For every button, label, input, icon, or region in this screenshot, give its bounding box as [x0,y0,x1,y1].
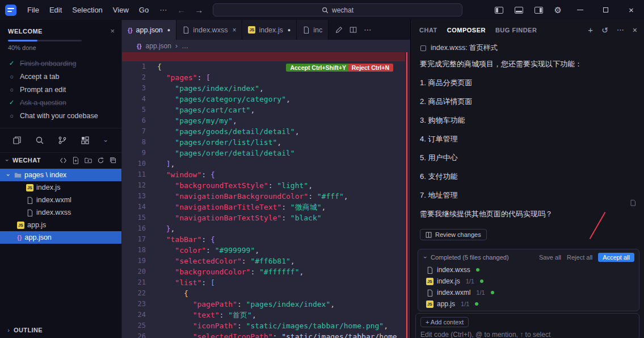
more-actions-icon[interactable]: ⋯ [364,26,371,34]
tree-item-app.js[interactable]: JSapp.js [0,219,121,231]
code-line[interactable]: 21 "list": [ [122,277,410,288]
welcome-close-icon[interactable]: × [110,27,115,35]
changed-file-row-index.wxml[interactable]: index.wxml1/1 [418,287,639,298]
reject-diff-button[interactable]: Reject Ctrl+N [348,64,393,72]
menu-view[interactable]: View [108,6,134,14]
collapse-all-icon[interactable] [110,157,117,164]
code-line[interactable]: 13 "navigationBarBackgroundColor": "#fff… [122,191,410,202]
changed-file-row-index.js[interactable]: JSindex.js1/1 [418,276,639,287]
tab-bug-finder[interactable]: BUG FINDER [495,27,537,34]
menu-edit[interactable]: Edit [44,6,67,14]
code-line[interactable]: 17 "tabBar": { [122,234,410,245]
settings-gear-icon[interactable]: ⚙ [554,5,562,15]
tree-item-index.js[interactable]: JSindex.js [0,181,121,194]
code-line[interactable]: 20 "backgroundColor": "#ffffff", [122,266,410,277]
welcome-item[interactable]: ✓Ask a question [8,96,113,109]
menu-more-icon[interactable]: ⋯ [154,6,172,14]
explorer-icon[interactable] [12,136,22,145]
source-control-icon[interactable] [58,136,67,145]
minimize-button[interactable] [567,0,593,20]
reject-all-button[interactable]: Reject all [567,254,592,261]
code-editor[interactable]: Accept Ctrl+Shift+Y Reject Ctrl+N 1{2 "p… [122,52,410,338]
code-line[interactable]: 11 "window": { [122,169,410,180]
chevron-down-icon[interactable]: › [103,135,109,145]
maximize-button[interactable] [593,0,618,20]
copy-message-icon[interactable] [629,199,636,207]
review-changes-button[interactable]: Review changes [420,229,487,240]
code-line[interactable]: 26 "selectedIconPath": "static/images/ta… [122,331,410,338]
chevron-down-icon[interactable]: › [422,254,429,260]
explorer-section-header[interactable]: › WECHAT [0,153,121,168]
code-line[interactable]: 16 }, [122,223,410,234]
code-line[interactable]: 22 { [122,288,410,299]
global-search-input[interactable]: wechat [213,3,462,16]
save-all-button[interactable]: Save all [539,254,561,261]
extensions-icon[interactable] [81,136,90,145]
tree-item-app.json[interactable]: {}app.json [0,231,121,244]
code-line[interactable]: 5 "pages/cart/cart", [122,105,410,115]
changed-file-row-index.wxss[interactable]: index.wxss [418,264,639,276]
code-line[interactable]: 8 "pages/order/list/list", [122,137,410,148]
close-tab-icon[interactable]: × [232,26,236,34]
welcome-item[interactable]: ✓Finish onboarding [8,57,113,70]
refresh-icon[interactable] [97,157,104,164]
code-line[interactable]: 2 "pages": [ [122,72,410,83]
editor-tab-app.json[interactable]: {}app.json● [122,20,176,40]
menu-go[interactable]: Go [134,6,154,14]
more-options-icon[interactable]: ⋯ [617,26,624,34]
history-icon[interactable]: ↺ [601,26,608,35]
code-line[interactable]: 4 "pages/category/category", [122,94,410,105]
code-line[interactable]: 25 "iconPath": "static/images/tabbar/hom… [122,320,410,331]
open-editors-icon[interactable] [60,157,67,164]
menu-file[interactable]: File [22,6,44,14]
edit-pencil-icon[interactable] [335,26,343,34]
composer-input-box[interactable]: + Add context Edit code (Ctrl+I), @ to m… [415,313,639,338]
code-line[interactable]: 15 "navigationBarTextStyle": "black" [122,212,410,223]
modified-dot-icon[interactable]: ● [288,27,291,33]
welcome-item[interactable]: ○Prompt an edit [8,83,113,96]
tab-composer[interactable]: COMPOSER [447,27,486,34]
code-line[interactable]: 24 "text": "首页", [122,310,410,320]
search-sidebar-icon[interactable] [35,136,44,145]
tab-chat[interactable]: CHAT [419,27,437,34]
new-chat-icon[interactable]: + [588,25,593,35]
breadcrumb[interactable]: {} app.json › … [122,40,410,52]
code-line[interactable]: 23 "pagePath": "pages/index/index", [122,299,410,310]
code-line[interactable]: 18 "color": "#999999", [122,245,410,256]
close-panel-icon[interactable]: × [633,26,637,35]
welcome-item[interactable]: ○Chat with your codebase [8,109,113,122]
close-window-button[interactable]: × [618,0,644,20]
tree-item-index.wxml[interactable]: index.wxml [0,194,121,206]
menu-selection[interactable]: Selection [67,6,107,14]
editor-tab-inc[interactable]: inc [297,20,329,40]
file-reference[interactable]: index.wxss: 首页样式 [420,43,635,53]
breadcrumb-more[interactable]: … [182,42,188,50]
welcome-item[interactable]: ○Accept a tab [8,70,113,83]
new-file-icon[interactable] [72,157,79,164]
code-line[interactable]: 14 "navigationBarTitleText": "微商城", [122,202,410,212]
nav-forward-icon[interactable]: → [190,5,208,15]
editor-tab-index.js[interactable]: JSindex.js● [242,20,297,40]
accept-all-button[interactable]: Accept all [598,253,634,262]
tree-item-index.wxss[interactable]: index.wxss [0,206,121,219]
add-context-button[interactable]: + Add context [420,317,469,327]
code-line[interactable]: 10 ], [122,158,410,169]
code-line[interactable]: 3 "pages/index/index", [122,83,410,94]
outline-section-header[interactable]: › OUTLINE [0,327,121,333]
code-line[interactable]: 12 "backgroundTextStyle": "light", [122,180,410,191]
overview-ruler-scrollbar[interactable] [405,52,410,338]
toggle-right-panel-icon[interactable] [534,7,543,14]
new-folder-icon[interactable] [85,157,92,164]
nav-back-icon[interactable]: ← [172,5,190,15]
modified-dot-icon[interactable]: ● [167,27,170,33]
code-line[interactable]: 9 "pages/order/detail/detail" [122,148,410,158]
tree-item-pages-index[interactable]: ›pages \ index [0,169,121,181]
editor-tab-index.wxss[interactable]: index.wxss× [176,20,242,40]
breadcrumb-file[interactable]: app.json [146,42,171,50]
code-line[interactable]: 6 "pages/my/my", [122,115,410,126]
changed-file-row-app.js[interactable]: JSapp.js1/1 [418,298,639,310]
toggle-left-panel-icon[interactable] [495,7,503,14]
toggle-bottom-panel-icon[interactable] [515,7,523,14]
split-editor-icon[interactable] [350,26,357,34]
accept-diff-button[interactable]: Accept Ctrl+Shift+Y [286,64,350,72]
